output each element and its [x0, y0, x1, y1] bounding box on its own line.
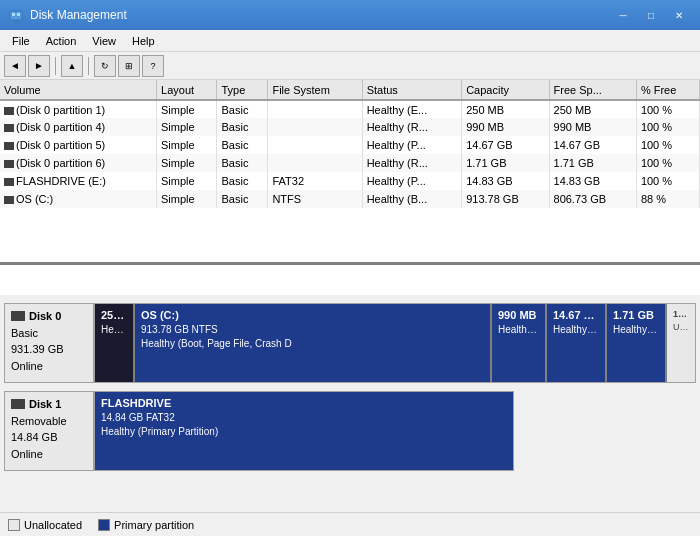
disk1-row: Disk 1 Removable 14.84 GB Online FLASHDR…: [4, 391, 696, 471]
toolbar-forward-button[interactable]: ►: [28, 55, 50, 77]
table-row[interactable]: (Disk 0 partition 1)SimpleBasicHealthy (…: [0, 100, 700, 118]
disk1-partitions: FLASHDRIVE 14.84 GB FAT32 Healthy (Prima…: [94, 391, 514, 471]
disk1-partition-flash[interactable]: FLASHDRIVE 14.84 GB FAT32 Healthy (Prima…: [95, 392, 513, 470]
menu-item-file[interactable]: File: [4, 30, 38, 51]
table-body: (Disk 0 partition 1)SimpleBasicHealthy (…: [0, 100, 700, 208]
maximize-button[interactable]: □: [638, 5, 664, 25]
disk0-part-171-info: Healthy (Recove: [613, 323, 659, 337]
toolbar: ◄ ► ▲ ↻ ⊞ ?: [0, 52, 700, 80]
disk0-part-14gb-name: 14.67 GB: [553, 308, 599, 323]
disk1-title: Disk 1: [29, 396, 61, 413]
toolbar-refresh-button[interactable]: ↻: [94, 55, 116, 77]
disk0-icon: [11, 311, 25, 321]
disk0-label: Disk 0 Basic 931.39 GB Online: [4, 303, 94, 383]
col-freespace[interactable]: Free Sp...: [549, 80, 636, 100]
legend-unalloc-label: Unallocated: [24, 519, 82, 531]
table-header: Volume Layout Type File System Status Ca…: [0, 80, 700, 100]
disk0-part-os-name: OS (C:): [141, 308, 484, 323]
disk0-size: 931.39 GB: [11, 341, 87, 358]
disk1-part-flash-info2: Healthy (Primary Partition): [101, 425, 507, 439]
disk0-partition-os[interactable]: OS (C:) 913.78 GB NTFS Healthy (Boot, Pa…: [135, 304, 492, 382]
col-type[interactable]: Type: [217, 80, 268, 100]
col-percentfree[interactable]: % Free: [636, 80, 699, 100]
disk0-title: Disk 0: [29, 308, 61, 325]
disk0-row: Disk 0 Basic 931.39 GB Online 250 MB Hea…: [4, 303, 696, 383]
disk0-part-unalloc-name: 12 M: [673, 308, 689, 321]
table-row[interactable]: (Disk 0 partition 5)SimpleBasicHealthy (…: [0, 136, 700, 154]
disk1-size: 14.84 GB: [11, 429, 87, 446]
disk0-partition-14gb[interactable]: 14.67 GB Healthy (Recovery Pa: [547, 304, 607, 382]
menu-bar: FileActionViewHelp: [0, 30, 700, 52]
legend-primary-box: [98, 519, 110, 531]
disk0-partition-171[interactable]: 1.71 GB Healthy (Recove: [607, 304, 667, 382]
disk0-partition-990[interactable]: 990 MB Healthy (Recov: [492, 304, 547, 382]
legend-unallocated: Unallocated: [8, 519, 82, 531]
col-status[interactable]: Status: [362, 80, 461, 100]
disk0-part-unalloc-info: Una: [673, 321, 689, 334]
volume-table: Volume Layout Type File System Status Ca…: [0, 80, 700, 208]
app-icon: [8, 7, 24, 23]
disk0-part-ef-name: 250 MB: [101, 308, 127, 323]
empty-area: [0, 265, 700, 295]
disk0-part-os-info1: 913.78 GB NTFS: [141, 323, 484, 337]
disk0-part-ef-info: Healthy (EF...: [101, 323, 127, 337]
disk-diagram-area: Disk 0 Basic 931.39 GB Online 250 MB Hea…: [0, 295, 700, 512]
disk1-label: Disk 1 Removable 14.84 GB Online: [4, 391, 94, 471]
main-content: Volume Layout Type File System Status Ca…: [0, 80, 700, 536]
disk-icon: [4, 142, 14, 150]
window-controls: ─ □ ✕: [610, 5, 692, 25]
disk1-icon: [11, 399, 25, 409]
disk-icon: [4, 196, 14, 204]
close-button[interactable]: ✕: [666, 5, 692, 25]
disk0-part-990-name: 990 MB: [498, 308, 539, 323]
table-row[interactable]: OS (C:)SimpleBasicNTFSHealthy (B...913.7…: [0, 190, 700, 208]
menu-item-help[interactable]: Help: [124, 30, 163, 51]
svg-rect-2: [17, 13, 20, 16]
toolbar-up-button[interactable]: ▲: [61, 55, 83, 77]
col-volume[interactable]: Volume: [0, 80, 157, 100]
disk0-type: Basic: [11, 325, 87, 342]
disk0-part-990-info: Healthy (Recov: [498, 323, 539, 337]
minimize-button[interactable]: ─: [610, 5, 636, 25]
legend-bar: Unallocated Primary partition: [0, 512, 700, 536]
toolbar-back-button[interactable]: ◄: [4, 55, 26, 77]
window-title: Disk Management: [30, 8, 610, 22]
legend-primary-label: Primary partition: [114, 519, 194, 531]
table-row[interactable]: (Disk 0 partition 6)SimpleBasicHealthy (…: [0, 154, 700, 172]
disk-icon: [4, 107, 14, 115]
menu-item-view[interactable]: View: [84, 30, 124, 51]
toolbar-separator-2: [88, 57, 89, 75]
col-capacity[interactable]: Capacity: [462, 80, 549, 100]
disk0-name: Disk 0: [11, 308, 87, 325]
disk1-name: Disk 1: [11, 396, 87, 413]
disk0-status: Online: [11, 358, 87, 375]
toolbar-properties-button[interactable]: ⊞: [118, 55, 140, 77]
table-row[interactable]: (Disk 0 partition 4)SimpleBasicHealthy (…: [0, 118, 700, 136]
disk0-part-os-info2: Healthy (Boot, Page File, Crash D: [141, 337, 484, 351]
title-bar: Disk Management ─ □ ✕: [0, 0, 700, 30]
disk0-partition-ef[interactable]: 250 MB Healthy (EF...: [95, 304, 135, 382]
toolbar-separator-1: [55, 57, 56, 75]
disk0-partition-unalloc[interactable]: 12 M Una: [667, 304, 695, 382]
svg-rect-0: [10, 11, 22, 20]
toolbar-help-button[interactable]: ?: [142, 55, 164, 77]
disk0-part-171-name: 1.71 GB: [613, 308, 659, 323]
disk0-part-14gb-info: Healthy (Recovery Pa: [553, 323, 599, 337]
svg-rect-1: [12, 13, 15, 16]
menu-item-action[interactable]: Action: [38, 30, 85, 51]
disk1-part-flash-info1: 14.84 GB FAT32: [101, 411, 507, 425]
disk0-partitions: 250 MB Healthy (EF... OS (C:) 913.78 GB …: [94, 303, 696, 383]
disk-icon: [4, 178, 14, 186]
volume-table-area: Volume Layout Type File System Status Ca…: [0, 80, 700, 265]
col-layout[interactable]: Layout: [157, 80, 217, 100]
disk1-type: Removable: [11, 413, 87, 430]
table-row[interactable]: FLASHDRIVE (E:)SimpleBasicFAT32Healthy (…: [0, 172, 700, 190]
col-filesystem[interactable]: File System: [268, 80, 362, 100]
disk1-part-flash-name: FLASHDRIVE: [101, 396, 507, 411]
disk-icon: [4, 160, 14, 168]
legend-primary: Primary partition: [98, 519, 194, 531]
disk1-status: Online: [11, 446, 87, 463]
disk-icon: [4, 124, 14, 132]
legend-unalloc-box: [8, 519, 20, 531]
